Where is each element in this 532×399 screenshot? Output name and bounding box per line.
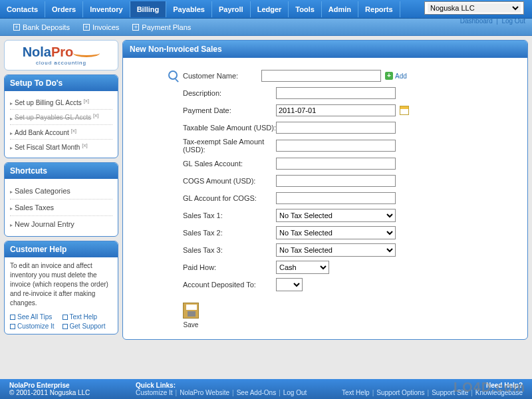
todo-item[interactable]: ▸Set Fiscal Start Month [x] bbox=[10, 140, 112, 154]
tax2-select[interactable]: No Tax Selected bbox=[276, 226, 396, 239]
nav-tab-contacts[interactable]: Contacts bbox=[0, 1, 45, 17]
dashboard-link[interactable]: Dashboard bbox=[460, 17, 493, 25]
cogs-input[interactable] bbox=[276, 175, 396, 187]
date-input[interactable] bbox=[276, 104, 396, 116]
exempt-input[interactable] bbox=[276, 140, 396, 152]
shortcut-item[interactable]: ▸Sales Categories bbox=[10, 183, 112, 200]
plus-box-icon: + bbox=[132, 24, 139, 31]
tax3-label: Sales Tax 3: bbox=[183, 246, 276, 254]
footer-quick-title: Quick Links: bbox=[136, 382, 342, 389]
nav-tab-tools[interactable]: Tools bbox=[289, 1, 322, 17]
calendar-icon[interactable] bbox=[400, 106, 409, 115]
footer-copyright: © 2001-2011 Noguska LLC bbox=[9, 389, 136, 396]
gl-sales-label: GL Sales Account: bbox=[183, 160, 276, 168]
help-link[interactable]: Customize It bbox=[10, 323, 61, 330]
nav-tab-inventory[interactable]: Inventory bbox=[83, 1, 130, 17]
nav-tab-admin[interactable]: Admin bbox=[322, 1, 358, 17]
shortcuts-panel: Shortcuts ▸Sales Categories▸Sales Taxes▸… bbox=[4, 162, 118, 237]
help-panel: Customer Help To edit an invoice and aff… bbox=[4, 241, 118, 334]
nav-tab-ledger[interactable]: Ledger bbox=[251, 1, 289, 17]
nav-tab-payables[interactable]: Payables bbox=[166, 1, 212, 17]
tax2-label: Sales Tax 2: bbox=[183, 229, 276, 237]
gl-sales-input[interactable] bbox=[276, 158, 396, 170]
shortcut-item[interactable]: ▸Sales Taxes bbox=[10, 200, 112, 216]
footer-link[interactable]: Log Out bbox=[283, 389, 307, 396]
deposit-label: Account Deposited To: bbox=[183, 281, 276, 289]
company-select[interactable]: Noguska LLC bbox=[428, 3, 521, 13]
paid-select[interactable]: Cash bbox=[276, 261, 329, 274]
gl-cogs-label: GL Account for COGS: bbox=[183, 194, 276, 202]
logo: NolaPro cloud accounting bbox=[4, 40, 118, 70]
footer-link[interactable]: Customize It bbox=[136, 389, 173, 396]
sub-nav: +Bank Deposits+Invoices+Payment Plans bbox=[0, 19, 532, 36]
todo-item[interactable]: ▸Add Bank Account [x] bbox=[10, 125, 112, 140]
todo-title: Setup To Do's bbox=[5, 75, 118, 91]
cogs-label: COGS Amount (USD): bbox=[183, 177, 276, 185]
save-icon bbox=[183, 303, 199, 319]
search-icon[interactable] bbox=[168, 70, 179, 81]
footer-link[interactable]: Text Help bbox=[342, 389, 370, 396]
help-title: Customer Help bbox=[5, 241, 118, 257]
footer-link[interactable]: NolaPro Website bbox=[180, 389, 229, 396]
plus-box-icon: + bbox=[13, 24, 20, 31]
todo-panel: Setup To Do's ▸Set up Billing GL Accts [… bbox=[4, 74, 118, 158]
gl-cogs-input[interactable] bbox=[276, 192, 396, 204]
nav-tab-payroll[interactable]: Payroll bbox=[212, 1, 251, 17]
add-customer-button[interactable]: +Add bbox=[385, 72, 407, 80]
help-text: To edit an invoice and affect inventory … bbox=[10, 261, 112, 308]
form-title: New Non-Invoiced Sales bbox=[123, 41, 527, 58]
shortcut-item[interactable]: ▸New Journal Entry bbox=[10, 216, 112, 232]
taxable-label: Taxable Sale Amount (USD): bbox=[183, 124, 276, 132]
date-label: Payment Date: bbox=[183, 106, 276, 114]
footer-link[interactable]: See Add-Ons bbox=[237, 389, 276, 396]
plus-icon: + bbox=[385, 72, 393, 80]
company-selector[interactable]: Noguska LLC bbox=[424, 1, 524, 15]
desc-label: Description: bbox=[183, 89, 276, 97]
tax1-select[interactable]: No Tax Selected bbox=[276, 209, 396, 222]
footer: NolaPro Enterprise © 2001-2011 Noguska L… bbox=[0, 379, 532, 399]
desc-input[interactable] bbox=[276, 87, 396, 99]
subnav-bank-deposits[interactable]: +Bank Deposits bbox=[13, 23, 70, 31]
help-link[interactable]: See All Tips bbox=[10, 313, 61, 321]
todo-item[interactable]: ▸Set up Billing GL Accts [x] bbox=[10, 95, 112, 110]
subnav-invoices[interactable]: +Invoices bbox=[83, 23, 119, 31]
exempt-label: Tax-exempt Sale Amount (USD): bbox=[183, 138, 276, 154]
nav-tab-orders[interactable]: Orders bbox=[45, 1, 83, 17]
footer-help-title: Need Help? bbox=[342, 382, 523, 389]
logout-link[interactable]: Log Out bbox=[501, 17, 525, 25]
help-link[interactable]: Get Support bbox=[63, 323, 113, 330]
nav-tab-reports[interactable]: Reports bbox=[358, 1, 400, 17]
footer-product: NolaPro Enterprise bbox=[9, 382, 136, 389]
plus-box-icon: + bbox=[83, 24, 90, 31]
account-links: Dashboard | Log Out bbox=[460, 17, 525, 25]
tax1-label: Sales Tax 1: bbox=[183, 211, 276, 219]
shortcuts-title: Shortcuts bbox=[5, 163, 118, 179]
taxable-input[interactable] bbox=[276, 122, 396, 134]
todo-item[interactable]: ▸Set up Payables GL Accts [x] bbox=[10, 110, 112, 124]
tax3-select[interactable]: No Tax Selected bbox=[276, 243, 396, 257]
form-panel: New Non-Invoiced Sales Customer Name: +A… bbox=[122, 40, 528, 340]
footer-link[interactable]: Support Site bbox=[432, 389, 468, 396]
subnav-payment-plans[interactable]: +Payment Plans bbox=[132, 23, 191, 31]
customer-label: Customer Name: bbox=[183, 72, 261, 80]
footer-link[interactable]: Knowledgebase bbox=[475, 389, 523, 396]
save-button[interactable]: Save bbox=[183, 303, 199, 329]
customer-input[interactable] bbox=[261, 70, 381, 82]
help-link[interactable]: Text Help bbox=[63, 313, 113, 321]
nav-tab-billing[interactable]: Billing bbox=[130, 1, 167, 17]
footer-link[interactable]: Support Options bbox=[376, 389, 424, 396]
paid-label: Paid How: bbox=[183, 263, 276, 271]
deposit-select[interactable] bbox=[276, 278, 303, 291]
